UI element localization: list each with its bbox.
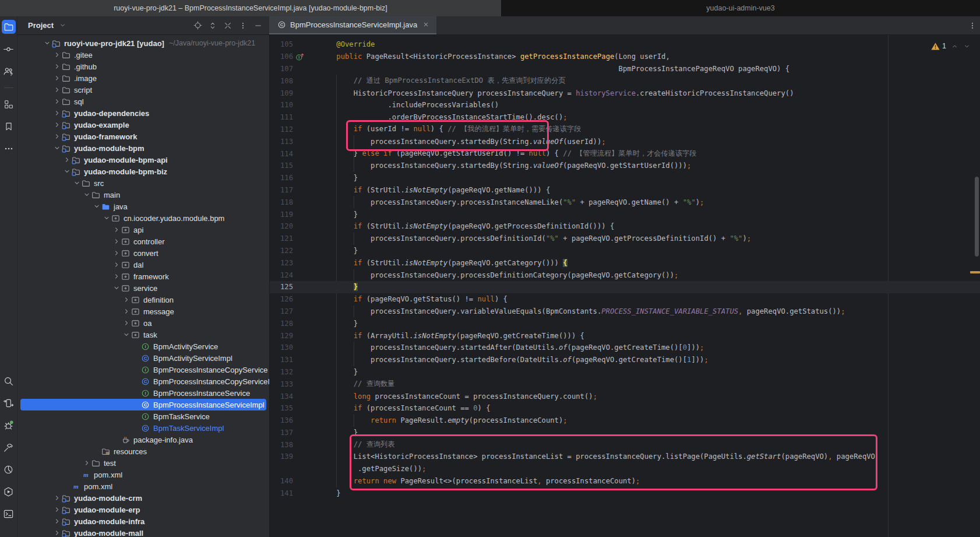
tree-row-bpmprocessinstancecopyserviceimpl[interactable]: CBpmProcessInstanceCopyServiceImpl <box>20 375 266 387</box>
editor-scrollbar[interactable] <box>975 177 979 257</box>
project-panel-title[interactable]: Project <box>28 21 54 30</box>
tool-build[interactable] <box>2 440 16 454</box>
code-line-136[interactable]: 136 return PageResult.empty(processInsta… <box>270 415 980 427</box>
locate-icon[interactable] <box>191 19 204 32</box>
line-number[interactable]: 122 <box>270 247 293 255</box>
code-line-139-wrap[interactable]: .getPageSize()); <box>270 463 980 475</box>
line-number[interactable]: 139 <box>270 452 293 461</box>
code-line-108[interactable]: 108 // 通过 BpmProcessInstanceExtDO 表，先查询到… <box>270 75 980 87</box>
chevron-right-icon[interactable] <box>53 97 62 106</box>
code-line-132[interactable]: 132 } <box>270 366 980 378</box>
tree-row-yudao-module-crm[interactable]: yudao-module-crm <box>20 492 266 504</box>
code-line-137[interactable]: 137 } <box>270 427 980 439</box>
tree-row-bpmtaskserviceimpl[interactable]: CBpmTaskServiceImpl <box>20 422 266 434</box>
code-line-134[interactable]: 134 long processInstanceCount = processI… <box>270 390 980 402</box>
line-number[interactable]: 110 <box>270 101 293 109</box>
tree-row-test[interactable]: test <box>20 457 266 469</box>
code-line-140[interactable]: 140 return new PageResult<>(processInsta… <box>270 475 980 487</box>
chevron-right-icon[interactable] <box>53 517 62 525</box>
code-line-130[interactable]: 130 processInstanceQuery.startedAfter(Da… <box>270 342 980 354</box>
line-number[interactable]: 134 <box>270 392 293 401</box>
chevron-right-icon[interactable] <box>83 459 91 467</box>
code-line-133[interactable]: 133 // 查询数量 <box>270 378 980 390</box>
chevron-right-icon[interactable] <box>112 272 121 280</box>
code-line-110[interactable]: 110 .includeProcessVariables() <box>270 99 980 111</box>
tool-debug[interactable] <box>2 418 16 432</box>
chevron-down-icon[interactable] <box>112 284 121 292</box>
line-number[interactable]: 128 <box>270 320 293 328</box>
chevron-right-icon[interactable] <box>112 249 121 257</box>
chevron-down-icon[interactable] <box>93 202 101 210</box>
chevron-right-icon[interactable] <box>112 261 121 269</box>
line-number[interactable]: 123 <box>270 259 293 267</box>
tree-row-bpmtaskservice[interactable]: IBpmTaskService <box>20 410 266 422</box>
expand-collapse-icon[interactable] <box>206 19 219 32</box>
chevron-right-icon[interactable] <box>53 74 62 82</box>
tab-close-icon[interactable] <box>421 20 431 30</box>
overrides-method-gutter-icon[interactable]: I <box>293 52 319 61</box>
code-line-126[interactable]: 126 if (pageReqVO.getStatus() != null) { <box>270 293 980 306</box>
line-number[interactable]: 106 <box>270 52 293 61</box>
front-window-titlebar[interactable]: ruoyi-vue-pro-jdk21 – BpmProcessInstance… <box>0 0 501 16</box>
project-dropdown-chevron-icon[interactable] <box>56 19 69 32</box>
line-number[interactable]: 121 <box>270 234 293 243</box>
line-number[interactable]: 109 <box>270 89 293 97</box>
tree-row-yudao-module-bpm-api[interactable]: yudao-module-bpm-api <box>20 154 266 166</box>
back-window-titlebar[interactable]: yudao-ui-admin-vue3 <box>501 0 980 16</box>
code-line-131[interactable]: 131 processInstanceQuery.startedBefore(D… <box>270 354 980 366</box>
line-number[interactable]: 112 <box>270 125 293 134</box>
tree-row-bpmactivityservice[interactable]: IBpmActivityService <box>20 341 266 352</box>
warning-stripe-mark[interactable] <box>970 271 980 273</box>
code-line-120[interactable]: 120 if (StrUtil.isNotEmpty(pageReqVO.get… <box>270 220 980 233</box>
line-number[interactable]: 125 <box>270 283 293 291</box>
code-line-105[interactable]: 105 @Override <box>270 38 980 51</box>
tree-row-bpmactivityserviceimpl[interactable]: CBpmActivityServiceImpl <box>20 352 266 364</box>
tree-row-pom-xml[interactable]: mpom.xml <box>20 480 266 492</box>
line-number[interactable]: 120 <box>270 222 293 230</box>
chevron-right-icon[interactable] <box>53 121 62 129</box>
code-line-106[interactable]: 106I public PageResult<HistoricProcessIn… <box>270 51 980 63</box>
code-line-113[interactable]: 113 processInstanceQuery.startedBy(Strin… <box>270 135 980 148</box>
line-number[interactable]: 132 <box>270 368 293 376</box>
chevron-right-icon[interactable] <box>63 156 72 164</box>
tree-row-cn-iocoder-yudao-module-bpm[interactable]: cn.iocoder.yudao.module.bpm <box>20 212 266 224</box>
tree-row-task[interactable]: task <box>20 329 266 341</box>
chevron-right-icon[interactable] <box>53 529 62 537</box>
line-number[interactable]: 130 <box>270 343 293 352</box>
tree-row-yudao-framework[interactable]: yudao-framework <box>20 131 266 142</box>
chevron-right-icon[interactable] <box>112 226 121 234</box>
line-number[interactable]: 137 <box>270 429 293 437</box>
code-line-117[interactable]: 117 if (StrUtil.isNotEmpty(pageReqVO.get… <box>270 184 980 196</box>
line-number[interactable]: 127 <box>270 307 293 315</box>
tool-profiler[interactable] <box>2 462 16 476</box>
line-number[interactable]: 111 <box>270 113 293 121</box>
tree-row-convert[interactable]: convert <box>20 247 266 259</box>
code-line-109[interactable]: 109 HistoricProcessInstanceQuery process… <box>270 87 980 99</box>
tree-row-image[interactable]: .image <box>20 72 266 84</box>
code-line-107[interactable]: 107 BpmProcessInstancePageReqVO pageReqV… <box>270 63 980 75</box>
code-line-138[interactable]: 138 // 查询列表 <box>270 438 980 451</box>
line-number[interactable]: 136 <box>270 416 293 424</box>
chevron-right-icon[interactable] <box>53 51 62 59</box>
code-line-111[interactable]: 111 .orderByProcessInstanceStartTime().d… <box>270 111 980 124</box>
chevron-down-icon[interactable] <box>103 214 111 222</box>
line-number[interactable]: 119 <box>270 210 293 219</box>
line-number[interactable]: 115 <box>270 162 293 170</box>
code-line-112[interactable]: 112 if (userId != null) { // 【我的流程】菜单时，需… <box>270 124 980 136</box>
chevron-right-icon[interactable] <box>53 494 62 502</box>
editor-pane[interactable]: 105 @Override106I public PageResult<Hist… <box>269 35 980 537</box>
line-number[interactable]: 126 <box>270 295 293 303</box>
line-number[interactable]: 140 <box>270 477 293 485</box>
line-number[interactable]: 141 <box>270 489 293 497</box>
tool-terminal[interactable] <box>2 507 16 521</box>
code-line-135[interactable]: 135 if (processInstanceCount == 0) { <box>270 402 980 415</box>
code-line-141[interactable]: 141 } <box>270 487 980 499</box>
options-icon[interactable] <box>237 19 249 32</box>
line-number[interactable]: 135 <box>270 404 293 412</box>
code-line-128[interactable]: 128 } <box>270 317 980 329</box>
tree-row-bpmprocessinstanceserviceimpl[interactable]: CBpmProcessInstanceServiceImpl <box>20 399 266 410</box>
code-line-116[interactable]: 116 } <box>270 172 980 184</box>
hide-icon[interactable] <box>252 19 265 32</box>
tool-pull-requests[interactable]: ? <box>2 64 16 78</box>
chevron-down-icon[interactable] <box>83 191 91 199</box>
